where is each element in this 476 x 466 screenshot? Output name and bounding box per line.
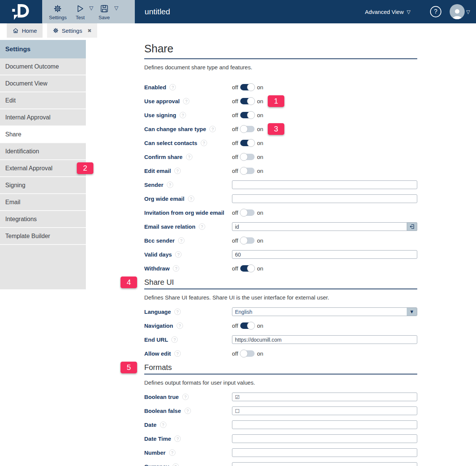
date-time-input[interactable]	[232, 434, 417, 443]
number-input[interactable]	[232, 448, 417, 457]
setting-label-text: Can select contacts	[144, 140, 197, 146]
edit-email-toggle[interactable]	[240, 168, 255, 174]
help-icon[interactable]: ?	[160, 422, 166, 428]
advanced-view-dropdown[interactable]: Advanced View ▽	[365, 9, 410, 15]
section-header: 5Formats	[144, 363, 417, 374]
help-icon[interactable]: ?	[188, 196, 194, 202]
withdraw-toggle[interactable]	[240, 265, 255, 272]
sidebar-item-identification[interactable]: Identification	[0, 143, 86, 160]
toggle-off-label: off	[232, 350, 238, 357]
test-button[interactable]: Test	[71, 0, 89, 23]
help-icon[interactable]: ?	[172, 463, 179, 466]
help-icon[interactable]: ?	[174, 309, 181, 315]
sidebar-item-internal-approval[interactable]: Internal Approval	[0, 109, 86, 126]
help-icon[interactable]: ?	[201, 140, 207, 146]
help-icon[interactable]: ?	[173, 265, 179, 272]
bcc-sender-toggle[interactable]	[240, 237, 255, 244]
date-input[interactable]	[232, 420, 417, 429]
enabled-toggle[interactable]	[240, 84, 255, 90]
insert-field-icon[interactable]	[407, 222, 417, 231]
help-icon[interactable]: ?	[183, 98, 189, 104]
toggle-knob	[247, 111, 255, 119]
org-wide-email-input[interactable]	[232, 194, 417, 203]
navigation-toggle[interactable]	[240, 322, 255, 329]
help-icon[interactable]: ?	[177, 322, 183, 329]
allow-edit-toggle[interactable]	[240, 350, 255, 357]
tab-close-icon[interactable]: ✖	[87, 28, 92, 34]
can-change-share-type-toggle[interactable]	[240, 126, 255, 132]
help-icon[interactable]: ?	[185, 408, 191, 414]
setting-control	[232, 434, 417, 443]
email-save-relation-input[interactable]	[232, 222, 407, 231]
help-icon[interactable]: ?	[169, 449, 175, 456]
help-icon[interactable]: ?	[182, 394, 189, 400]
settings-button[interactable]: Settings	[44, 0, 71, 23]
sidebar-item-template-builder[interactable]: Template Builder	[0, 228, 86, 245]
sidebar-item-document-outcome[interactable]: Document Outcome	[0, 58, 86, 75]
setting-control	[232, 420, 417, 429]
sidebar-item-edit[interactable]: Edit	[0, 92, 86, 109]
user-avatar[interactable]	[450, 4, 465, 19]
sidebar-item-label: Internal Approval	[5, 114, 50, 121]
avatar-dropdown-arrow-icon[interactable]: ▽	[466, 9, 470, 15]
boolean-true-input[interactable]	[232, 393, 417, 401]
help-icon[interactable]: ?	[180, 112, 186, 118]
confirm-share-toggle[interactable]	[240, 154, 255, 160]
boolean-false-input[interactable]	[232, 406, 417, 415]
setting-label: Navigation?	[144, 322, 232, 329]
setting-label-text: Bcc sender	[144, 237, 175, 244]
setting-row-can-change-share-type: Can change share type?offon3	[144, 125, 417, 133]
save-dropdown-arrow-icon[interactable]: ▽	[114, 5, 118, 23]
sidebar-item-email[interactable]: Email	[0, 194, 86, 211]
invitation-from-org-wide-email-toggle[interactable]	[240, 209, 255, 216]
help-icon[interactable]: ?	[199, 223, 205, 230]
tab-home[interactable]: Home	[7, 23, 43, 38]
toggle-knob	[247, 322, 255, 330]
use-approval-toggle[interactable]	[240, 98, 255, 104]
setting-row-valid-days: Valid days?	[144, 250, 417, 259]
toggle-off-label: off	[232, 168, 238, 174]
help-icon[interactable]: ?	[209, 126, 216, 132]
help-icon[interactable]: ?	[169, 84, 176, 90]
can-select-contacts-toggle[interactable]	[240, 140, 255, 146]
tab-settings[interactable]: Settings ✖	[47, 23, 97, 38]
setting-label-text: Invitation from org wide email	[144, 209, 224, 216]
help-icon[interactable]: ?	[178, 237, 185, 244]
sender-input[interactable]	[232, 180, 417, 189]
setting-row-date-time: Date Time?	[144, 434, 417, 443]
use-signing-toggle[interactable]	[240, 112, 255, 118]
topbar-right: Advanced View ▽ ? ▽	[365, 0, 476, 23]
currency-input[interactable]	[232, 462, 417, 466]
language-select[interactable]: English▼	[232, 307, 417, 316]
sidebar-item-document-view[interactable]: Document View	[0, 75, 86, 92]
setting-control: offon	[232, 168, 417, 174]
help-icon[interactable]: ?	[174, 350, 181, 357]
help-icon[interactable]: ?	[175, 251, 182, 258]
dropdown-arrow-icon: ▽	[407, 9, 410, 15]
valid-days-input[interactable]	[232, 250, 417, 259]
setting-label-text: Enabled	[144, 84, 166, 90]
settings-form: ShareDefines document share type and fea…	[144, 43, 476, 466]
help-icon[interactable]: ?	[167, 182, 173, 188]
setting-label-text: Email save relation	[144, 223, 195, 230]
sidebar-item-external-approval[interactable]: External Approval2	[0, 160, 86, 177]
setting-control: offon3	[232, 125, 417, 133]
gear-icon	[53, 3, 62, 14]
sidebar-item-share[interactable]: Share	[0, 126, 86, 143]
save-button-label: Save	[99, 15, 110, 20]
help-button[interactable]: ?	[430, 6, 441, 17]
help-icon[interactable]: ?	[171, 336, 178, 343]
test-dropdown-arrow-icon[interactable]: ▽	[89, 5, 93, 23]
help-icon[interactable]: ?	[186, 154, 192, 160]
help-icon[interactable]: ?	[174, 168, 181, 174]
setting-label-text: Language	[144, 309, 171, 315]
toggle-on-label: on	[257, 209, 263, 216]
setting-row-use-signing: Use signing?offon	[144, 111, 417, 119]
end-url-input[interactable]	[232, 335, 417, 344]
help-icon[interactable]: ?	[174, 435, 181, 442]
sidebar-item-signing[interactable]: Signing	[0, 177, 86, 194]
save-button[interactable]: Save	[94, 0, 114, 23]
setting-control: offon	[232, 140, 417, 146]
setting-control	[232, 406, 417, 415]
sidebar-item-integrations[interactable]: Integrations	[0, 211, 86, 228]
